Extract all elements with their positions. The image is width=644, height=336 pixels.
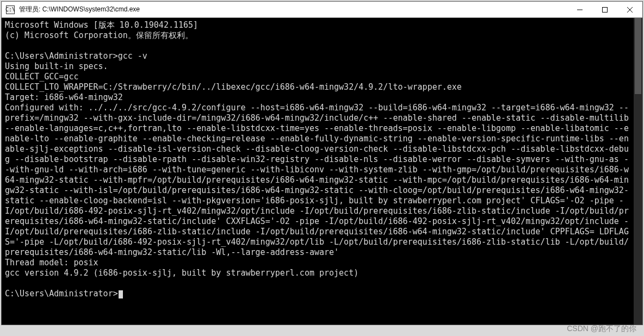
minimize-button[interactable] [567, 2, 592, 17]
output-line: COLLECT_LTO_WRAPPER=C:/Strawberry/c/bin/… [5, 82, 462, 92]
prompt-line: C:\Users\Administrator> [5, 289, 118, 298]
output-line: Microsoft Windows [版本 10.0.19042.1165] [5, 20, 198, 30]
output-line: Thread model: posix [5, 258, 98, 267]
terminal-output[interactable]: Microsoft Windows [版本 10.0.19042.1165] (… [2, 18, 634, 325]
output-line: (c) Microsoft Corporation。保留所有权利。 [5, 30, 193, 40]
scrollbar-thumb[interactable] [635, 18, 641, 94]
window-title: 管理员: C:\WINDOWS\system32\cmd.exe [19, 5, 567, 14]
output-line: COLLECT_GCC=gcc [5, 72, 78, 82]
output-line: Target: i686-w64-mingw32 [5, 92, 123, 102]
window-controls [567, 2, 642, 17]
output-line: Configured with: ../../../src/gcc-4.9.2/… [5, 103, 634, 257]
svg-rect-1 [603, 7, 608, 12]
terminal-area: Microsoft Windows [版本 10.0.19042.1165] (… [2, 18, 642, 325]
close-button[interactable] [617, 2, 642, 17]
cmd-icon: C:\ [6, 5, 15, 14]
titlebar[interactable]: C:\ 管理员: C:\WINDOWS\system32\cmd.exe [2, 2, 642, 18]
maximize-button[interactable] [592, 2, 617, 17]
prompt-line: C:\Users\Administrator>gcc -v [5, 51, 147, 61]
output-line: gcc version 4.9.2 (i686-posix-sjlj, buil… [5, 268, 358, 278]
cmd-window: C:\ 管理员: C:\WINDOWS\system32\cmd.exe Mic… [1, 1, 643, 325]
vertical-scrollbar[interactable] [634, 18, 642, 325]
output-line: Using built-in specs. [5, 61, 108, 71]
cursor-icon [119, 290, 123, 298]
watermark-text: CSDN @跑不了的你 [567, 324, 636, 334]
